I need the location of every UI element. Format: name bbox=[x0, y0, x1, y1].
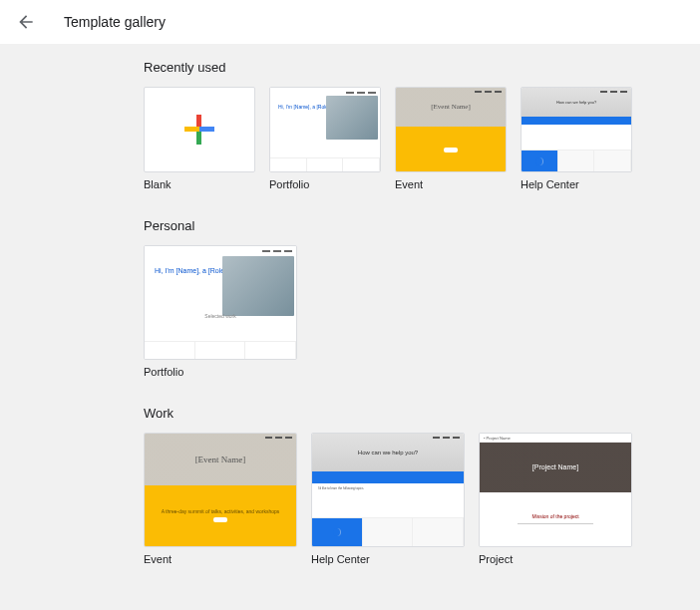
template-thumbnail: • Project Name [Project Name] Mission of… bbox=[479, 433, 632, 547]
section-title: Personal bbox=[144, 218, 700, 233]
template-thumbnail: [Event Name] bbox=[395, 87, 507, 172]
template-thumbnail: How can we help you? I'd like to learn t… bbox=[311, 433, 465, 547]
back-button[interactable] bbox=[12, 8, 40, 36]
template-hero-text: [Project Name] bbox=[532, 463, 578, 470]
template-cards: Blank Hi, I'm [Name], a [Role] from [Loc… bbox=[144, 87, 700, 190]
template-card-help-center[interactable]: How can we help you? I'd like to learn t… bbox=[311, 433, 465, 565]
template-card-portfolio[interactable]: Hi, I'm [Name], a [Role] from [Location]… bbox=[144, 245, 297, 378]
section-recently-used: Recently used Blank Hi, I'm [Name], a [R… bbox=[144, 60, 700, 190]
template-label: Help Center bbox=[521, 178, 632, 190]
template-thumbnail: Hi, I'm [Name], a [Role] from [Location]… bbox=[144, 245, 297, 360]
template-label: Portfolio bbox=[144, 366, 297, 378]
template-hero-text: [Event Name] bbox=[431, 103, 470, 111]
arrow-left-icon bbox=[16, 12, 36, 32]
template-thumbnail: [Event Name] A three-day summit of talks… bbox=[144, 433, 297, 547]
template-hero-text: [Event Name] bbox=[195, 455, 246, 464]
header: Template gallery bbox=[0, 0, 700, 44]
page-title: Template gallery bbox=[64, 14, 166, 30]
content: Recently used Blank Hi, I'm [Name], a [R… bbox=[0, 44, 700, 565]
template-card-project[interactable]: • Project Name [Project Name] Mission of… bbox=[479, 433, 632, 565]
template-card-portfolio[interactable]: Hi, I'm [Name], a [Role] from [Location]… bbox=[269, 87, 381, 190]
template-mid-text: I'd like to learn the following topics bbox=[312, 483, 464, 517]
plus-icon bbox=[184, 115, 214, 145]
template-bar-text: • Project Name bbox=[480, 434, 631, 443]
template-thumbnail: Hi, I'm [Name], a [Role] from [Location] bbox=[269, 87, 381, 172]
template-card-blank[interactable]: Blank bbox=[144, 87, 255, 190]
template-thumbnail bbox=[144, 87, 255, 172]
template-mission-text: Mission of the project bbox=[531, 513, 578, 519]
template-sub-text: Selected work bbox=[204, 313, 235, 319]
section-personal: Personal Hi, I'm [Name], a [Role] from [… bbox=[144, 218, 700, 378]
template-label: Event bbox=[144, 553, 297, 565]
section-title: Recently used bbox=[144, 60, 700, 75]
template-card-event[interactable]: [Event Name] Event bbox=[395, 87, 507, 190]
template-desc-text: A three-day summit of talks, activities,… bbox=[152, 508, 290, 514]
template-cards: Hi, I'm [Name], a [Role] from [Location]… bbox=[144, 245, 700, 378]
template-label: Help Center bbox=[311, 553, 465, 565]
template-card-help-center[interactable]: How can we help you? Help Center bbox=[521, 87, 632, 190]
template-hero-text: How can we help you? bbox=[358, 450, 418, 456]
template-label: Event bbox=[395, 178, 507, 190]
template-label: Blank bbox=[144, 178, 255, 190]
template-thumbnail: How can we help you? bbox=[521, 87, 632, 172]
section-title: Work bbox=[144, 406, 700, 421]
section-work: Work [Event Name] A three-day summit of … bbox=[144, 406, 700, 565]
template-card-event[interactable]: [Event Name] A three-day summit of talks… bbox=[144, 433, 297, 565]
template-hero-text: How can we help you? bbox=[556, 100, 596, 105]
template-label: Project bbox=[479, 553, 632, 565]
template-label: Portfolio bbox=[269, 178, 381, 190]
template-cards: [Event Name] A three-day summit of talks… bbox=[144, 433, 700, 565]
